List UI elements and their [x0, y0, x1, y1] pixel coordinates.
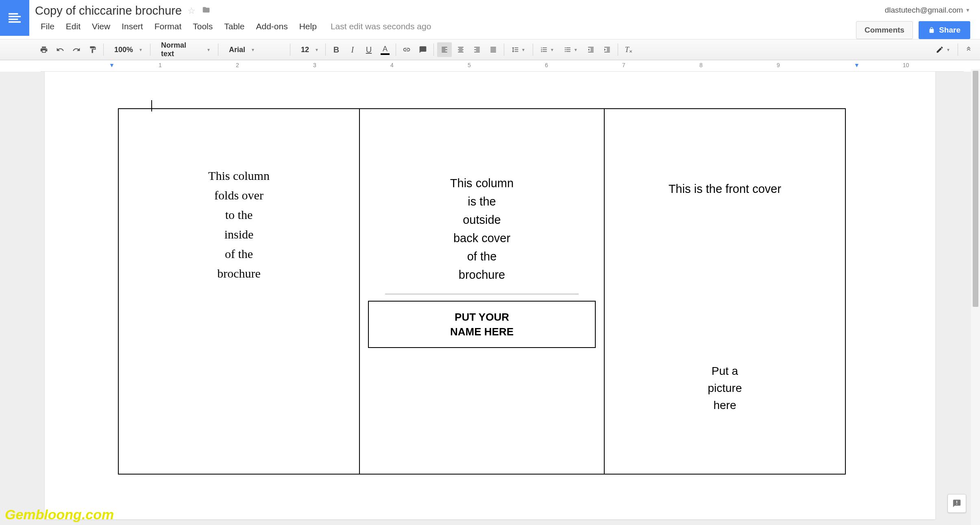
vertical-scrollbar[interactable] [971, 69, 980, 525]
share-button[interactable]: Share [919, 21, 970, 39]
redo-icon[interactable] [69, 42, 84, 57]
size-value: 12 [298, 46, 312, 54]
scrollbar-thumb[interactable] [973, 71, 978, 307]
italic-icon[interactable]: I [345, 42, 360, 57]
account-menu[interactable]: dlastutech@gmail.com ▼ [885, 6, 970, 15]
zoom-value: 100% [111, 46, 136, 54]
font-dropdown[interactable]: Arial ▼ [222, 46, 287, 54]
chevron-down-icon: ▼ [521, 48, 525, 52]
font-size-dropdown[interactable]: 12 ▼ [294, 46, 322, 54]
ruler-number: 9 [777, 62, 780, 68]
undo-icon[interactable] [53, 42, 68, 57]
ruler-number: 8 [699, 62, 703, 68]
increase-indent-icon[interactable] [600, 42, 614, 57]
paragraph-style-dropdown[interactable]: Normal text ▼ [154, 41, 215, 58]
menu-addons[interactable]: Add-ons [250, 20, 293, 33]
style-value: Normal text [158, 41, 204, 58]
divider [385, 294, 579, 294]
page[interactable]: This column folds over to the inside of … [45, 72, 935, 519]
text-color-icon[interactable]: A [378, 42, 392, 57]
text-cursor [151, 100, 152, 112]
align-left-icon[interactable] [437, 42, 452, 57]
ruler-number: 10 [903, 62, 909, 68]
account-email: dlastutech@gmail.com [885, 6, 963, 15]
brochure-column-2[interactable]: This column is the outside back cover of… [360, 109, 605, 474]
column1-text[interactable]: This column folds over to the inside of … [208, 166, 270, 283]
bold-icon[interactable]: B [329, 42, 344, 57]
chevron-down-icon: ▼ [550, 48, 554, 52]
menu-file[interactable]: File [35, 20, 60, 33]
chevron-down-icon: ▼ [139, 48, 143, 52]
underline-icon[interactable]: U [362, 42, 376, 57]
column3-front-cover-text[interactable]: This is the front cover [669, 182, 781, 196]
share-label: Share [939, 26, 960, 35]
align-center-icon[interactable] [453, 42, 468, 57]
print-icon[interactable] [37, 42, 51, 57]
paint-format-icon[interactable] [85, 42, 100, 57]
ruler-number: 7 [622, 62, 625, 68]
menu-view[interactable]: View [86, 20, 116, 33]
collapse-toolbar-icon[interactable] [961, 42, 976, 57]
ruler-number: 1 [159, 62, 162, 68]
ruler-number: 6 [545, 62, 548, 68]
watermark: Gembloong.com [5, 507, 114, 523]
comments-button[interactable]: Comments [856, 21, 913, 39]
chevron-down-icon: ▼ [315, 48, 319, 52]
menu-bar: File Edit View Insert Format Tools Table… [35, 20, 851, 33]
decrease-indent-icon[interactable] [584, 42, 598, 57]
ruler-number: 3 [313, 62, 316, 68]
column3-picture-text[interactable]: Put a picture here [708, 363, 742, 414]
indent-marker-icon[interactable]: ▼ [109, 62, 115, 68]
name-box[interactable]: PUT YOUR NAME HERE [368, 301, 596, 348]
align-justify-icon[interactable] [486, 42, 501, 57]
link-icon[interactable] [399, 42, 414, 57]
menu-insert[interactable]: Insert [116, 20, 149, 33]
chevron-down-icon: ▼ [946, 48, 950, 52]
folder-icon[interactable] [201, 6, 211, 16]
numbered-list-icon[interactable]: ▼ [536, 46, 558, 53]
menu-edit[interactable]: Edit [60, 20, 86, 33]
menu-table[interactable]: Table [218, 20, 250, 33]
chevron-down-icon: ▼ [965, 7, 970, 13]
brochure-column-1[interactable]: This column folds over to the inside of … [119, 109, 360, 474]
align-right-icon[interactable] [470, 42, 484, 57]
toolbar: 100% ▼ Normal text ▼ Arial ▼ 12 ▼ B I U … [0, 39, 980, 60]
chevron-down-icon: ▼ [207, 48, 211, 52]
editing-mode-icon[interactable]: ▼ [932, 46, 954, 54]
docs-app-icon[interactable] [0, 0, 29, 36]
explore-button[interactable] [947, 494, 966, 513]
ruler-number: 4 [390, 62, 394, 68]
chevron-down-icon: ▼ [251, 48, 255, 52]
menu-format[interactable]: Format [149, 20, 187, 33]
menu-tools[interactable]: Tools [187, 20, 218, 33]
ruler-number: 2 [236, 62, 239, 68]
menu-help[interactable]: Help [294, 20, 322, 33]
comment-icon[interactable] [416, 42, 430, 57]
brochure-column-3[interactable]: This is the front cover Put a picture he… [605, 109, 845, 474]
brochure-table[interactable]: This column folds over to the inside of … [118, 108, 846, 475]
indent-marker-icon[interactable]: ▼ [854, 62, 860, 68]
column2-text[interactable]: This column is the outside back cover of… [450, 174, 514, 284]
lock-icon [928, 27, 935, 33]
line-spacing-icon[interactable]: ▼ [507, 46, 529, 53]
star-icon[interactable]: ☆ [187, 6, 196, 16]
ruler-number: 5 [468, 62, 471, 68]
document-title[interactable]: Copy of chiccarine brochure [35, 4, 182, 18]
horizontal-ruler[interactable]: ▼ 1 2 3 4 5 6 7 8 9 ▼ 10 [41, 60, 964, 72]
clear-formatting-icon[interactable]: T✕ [621, 42, 636, 57]
chevron-down-icon: ▼ [574, 48, 578, 52]
last-edit-text: Last edit was seconds ago [331, 22, 431, 31]
font-value: Arial [226, 46, 248, 54]
bulleted-list-icon[interactable]: ▼ [560, 46, 582, 53]
document-canvas[interactable]: This column folds over to the inside of … [0, 72, 980, 525]
zoom-dropdown[interactable]: 100% ▼ [107, 46, 147, 54]
